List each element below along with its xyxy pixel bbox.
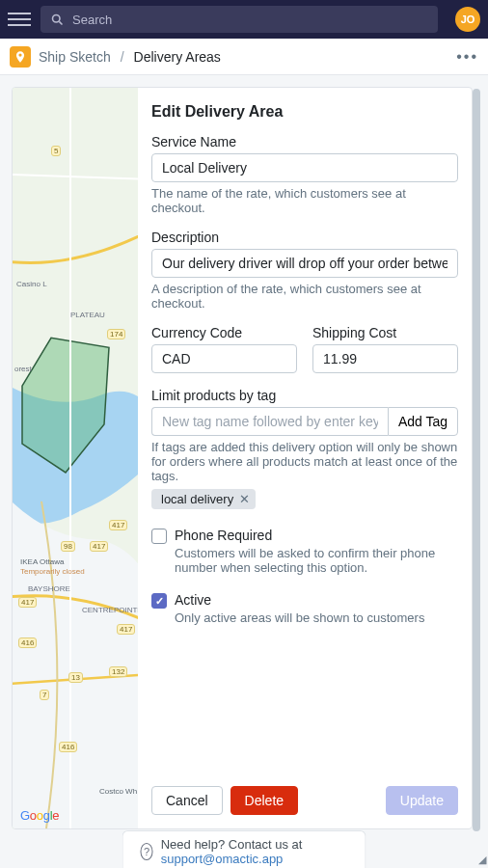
svg-point-0 — [53, 14, 61, 22]
cancel-button[interactable]: Cancel — [151, 786, 223, 815]
tags-label: Limit products by tag — [151, 388, 458, 403]
google-logo: Google — [20, 808, 59, 823]
footer-buttons: Cancel Delete Update — [151, 786, 458, 815]
svg-line-1 — [59, 21, 62, 24]
map-label-ikea-sub: Temporarily closed — [20, 568, 85, 577]
delete-button[interactable]: Delete — [230, 786, 298, 815]
currency-label: Currency Code — [151, 325, 297, 340]
breadcrumb: Ship Sketch / Delivery Areas ••• — [0, 39, 488, 75]
panel-title: Edit Delivery Area — [151, 103, 458, 121]
shipping-input[interactable] — [312, 344, 458, 373]
overflow-menu-icon[interactable]: ••• — [456, 48, 478, 66]
map-label-costco: Costco Wh — [99, 788, 137, 797]
description-label: Description — [151, 230, 458, 245]
breadcrumb-current: Delivery Areas — [134, 49, 221, 65]
search-placeholder: Search — [72, 13, 112, 27]
app-icon — [10, 46, 31, 68]
menu-icon[interactable] — [8, 8, 31, 31]
update-button[interactable]: Update — [386, 786, 458, 815]
help-bar: ? Need help? Contact us at support@omact… — [122, 830, 366, 868]
scrollbar[interactable] — [473, 87, 480, 856]
service-name-help: The name of the rate, which customers se… — [151, 186, 458, 215]
help-icon: ? — [141, 843, 153, 860]
top-bar: Search JO — [0, 0, 488, 39]
tag-chip: local delivery ✕ — [151, 489, 256, 509]
map-pane[interactable]: PLATEAU orest Casino L IKEA Ottawa Tempo… — [13, 88, 138, 828]
support-email-link[interactable]: support@omactic.app — [161, 852, 284, 866]
map-label-bayshore: BAYSHORE — [28, 585, 70, 594]
search-input[interactable]: Search — [41, 6, 438, 33]
add-tag-button[interactable]: Add Tag — [388, 407, 458, 436]
description-help: A description of the rate, which custome… — [151, 282, 458, 311]
avatar[interactable]: JO — [455, 7, 480, 32]
tag-input[interactable] — [151, 407, 388, 436]
form-pane: Edit Delivery Area Service Name The name… — [138, 88, 472, 828]
active-checkbox-label: Active — [175, 592, 211, 608]
currency-input[interactable] — [151, 344, 297, 373]
active-help: Only active areas will be shown to custo… — [175, 610, 458, 625]
map-label-centrepoint: CENTREPOINTE — [82, 607, 138, 615]
phone-checkbox-label: Phone Required — [175, 528, 272, 543]
tag-chip-label: local delivery — [161, 492, 233, 506]
edit-card: PLATEAU orest Casino L IKEA Ottawa Tempo… — [12, 87, 473, 829]
active-checkbox[interactable] — [151, 593, 167, 609]
map-label-forest: orest — [14, 366, 32, 374]
service-name-label: Service Name — [151, 134, 458, 149]
phone-checkbox[interactable] — [151, 529, 167, 544]
tags-help: If tags are added this delivery option w… — [151, 440, 458, 483]
shipping-label: Shipping Cost — [312, 325, 458, 340]
tag-remove-icon[interactable]: ✕ — [239, 492, 250, 506]
search-icon — [50, 13, 65, 27]
map-label-casino: Casino L — [16, 281, 47, 289]
description-input[interactable] — [151, 249, 458, 278]
phone-help: Customers will be asked to confirm their… — [175, 546, 458, 575]
breadcrumb-app[interactable]: Ship Sketch — [39, 49, 111, 65]
expand-corner-icon[interactable]: ◢ — [478, 854, 486, 866]
service-name-input[interactable] — [151, 153, 458, 182]
map-label-ikea: IKEA Ottawa — [20, 558, 64, 567]
map-label-plateau: PLATEAU — [70, 312, 105, 320]
